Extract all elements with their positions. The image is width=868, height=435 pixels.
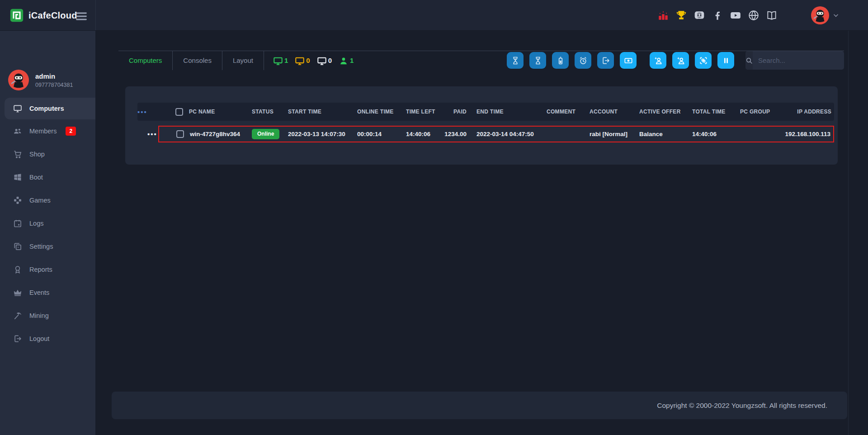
monitor-offline-icon (317, 56, 327, 65)
header-actions-dots[interactable]: ••• (137, 108, 158, 116)
sidebar-item-members[interactable]: Members 2 (0, 119, 95, 142)
tab-label: Computers (129, 57, 162, 64)
monitor-online-icon (273, 56, 283, 65)
sidebar-avatar[interactable] (8, 70, 29, 90)
row-checkbox[interactable] (176, 130, 184, 138)
sidebar-item-computers[interactable]: Computers (5, 98, 95, 119)
menu-toggle-icon[interactable] (75, 10, 88, 21)
counter-pcs-in-use[interactable]: 0 (295, 56, 310, 65)
windows-icon (13, 173, 22, 182)
cash-payment-button[interactable] (620, 52, 637, 69)
sidebar-item-games[interactable]: Games (0, 189, 95, 212)
counter-members-online[interactable]: 1 (339, 56, 354, 65)
table-header-row: ••• PC NAME STATUS START TIME ONLINE TIM… (137, 103, 834, 121)
header-ip-address: IP ADDRESS (779, 109, 834, 115)
award-icon (13, 265, 22, 274)
column-label: PC NAME (189, 109, 215, 115)
cell-active-offer: Balance (639, 131, 692, 137)
sidebar-item-logout[interactable]: Logout (0, 327, 95, 350)
copyright-text: Copyright © 2000-2022 Youngzsoft. All ri… (657, 402, 827, 410)
docs-icon[interactable] (766, 9, 778, 21)
search-input[interactable] (753, 51, 844, 70)
sidebar-item-shop[interactable]: Shop (0, 142, 95, 165)
online-status-badge: Online (252, 129, 279, 139)
sidebar-item-reports[interactable]: Reports (0, 258, 95, 281)
calendar-icon (13, 219, 22, 228)
cell-end-time: 2022-03-14 04:47:50 (467, 131, 547, 137)
timer-button[interactable] (575, 52, 591, 69)
layers-icon (13, 242, 22, 251)
globe-icon[interactable] (748, 9, 760, 21)
monitor-icon (13, 104, 22, 113)
gamepad-icon (13, 196, 22, 205)
sidebar-item-events[interactable]: Events (0, 281, 95, 304)
search-box (745, 51, 844, 70)
row-actions-dots[interactable]: ••• (147, 130, 157, 138)
discord-icon[interactable] (693, 9, 705, 21)
cell-online-time: 00:00:14 (357, 131, 406, 137)
cell-status: Online (252, 129, 288, 139)
sidebar: admin 097778704381 Computers Members 2 S… (0, 31, 95, 435)
sidebar-item-label: Shop (29, 151, 45, 158)
counter-pcs-online[interactable]: 1 (273, 56, 288, 65)
sidebar-item-mining[interactable]: Mining (0, 304, 95, 327)
time-session-2-button[interactable] (529, 52, 546, 69)
table-row: ••• win-4727g8hv364 Online 2022-03-13 14… (137, 126, 834, 142)
logo-mark-icon (9, 8, 24, 23)
counter-value: 1 (284, 57, 288, 64)
footer-bar: Copyright © 2000-2022 Youngzsoft. All ri… (112, 392, 847, 419)
header-comment: COMMENT (547, 109, 590, 115)
app-title: iCafeCloud (28, 10, 77, 21)
sidebar-item-label: Reports (29, 266, 52, 273)
computers-table-card: ••• PC NAME STATUS START TIME ONLINE TIM… (125, 86, 838, 165)
check-out-button[interactable] (597, 52, 614, 69)
header-pc-group: PC GROUP (740, 109, 779, 115)
time-session-1-button[interactable] (507, 52, 524, 69)
youtube-icon[interactable] (730, 9, 741, 21)
cell-total-time: 14:40:06 (692, 131, 740, 137)
members-count-badge: 2 (66, 127, 76, 136)
user-phone: 097778704381 (35, 82, 73, 88)
add-member-2-button[interactable] (672, 52, 689, 69)
sidebar-item-logs[interactable]: Logs (0, 212, 95, 235)
search-icon (745, 51, 753, 70)
pc-row-selected[interactable]: win-4727g8hv364 Online 2022-03-13 14:07:… (158, 126, 834, 142)
cell-start-time: 2022-03-13 14:07:30 (288, 131, 357, 137)
sidebar-item-label: Computers (29, 105, 64, 112)
cell-pc-name: win-4727g8hv364 (190, 131, 240, 137)
sidebar-item-settings[interactable]: Settings (0, 235, 95, 258)
user-menu[interactable] (811, 6, 839, 24)
crown-icon (13, 288, 22, 297)
tab-consoles[interactable]: Consoles (173, 51, 222, 70)
facebook-icon[interactable] (712, 9, 723, 21)
cart-icon (13, 150, 22, 159)
counter-value: 0 (306, 57, 310, 64)
sidebar-item-boot[interactable]: Boot (0, 165, 95, 189)
header-account: ACCOUNT (590, 109, 639, 115)
sidebar-item-label: Logout (29, 335, 49, 342)
trophy-icon[interactable] (675, 9, 687, 21)
sign-out-icon (13, 334, 22, 343)
battery-button[interactable] (552, 52, 569, 69)
tab-label: Layout (233, 57, 253, 64)
counter-pcs-offline[interactable]: 0 (317, 56, 332, 65)
pause-button[interactable] (717, 52, 734, 69)
tab-computers[interactable]: Computers (118, 51, 173, 70)
sidebar-menu: Computers Members 2 Shop Boot Games L (0, 98, 95, 350)
capture-screen-button[interactable] (695, 52, 712, 69)
users-icon (13, 127, 22, 136)
select-all-checkbox[interactable] (175, 108, 183, 116)
content-right-divider (848, 31, 849, 435)
tab-layout[interactable]: Layout (222, 51, 264, 70)
leaderboard-icon[interactable] (657, 9, 669, 21)
header-pc-name: PC NAME (158, 108, 252, 116)
header-status: STATUS (252, 109, 288, 115)
header-links (657, 0, 839, 31)
icafecloud-app: iCafeCloud (0, 0, 868, 435)
tab-label: Consoles (183, 57, 212, 64)
header-divider (95, 0, 96, 30)
add-member-1-button[interactable] (650, 52, 666, 69)
sidebar-item-label: Logs (29, 220, 43, 227)
sidebar-item-label: Boot (29, 174, 43, 181)
header-online-time: ONLINE TIME (357, 109, 406, 115)
